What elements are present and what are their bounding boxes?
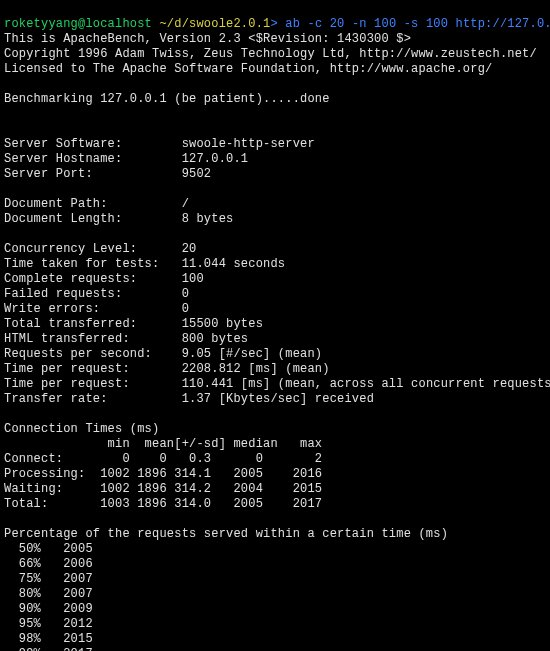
ab-header-line1: This is ApacheBench, Version 2.3 <$Revis… (4, 32, 411, 46)
percentile-66: 66% 2006 (4, 557, 93, 571)
html-transferred-value: 800 bytes (182, 332, 249, 346)
ab-header-line2: Copyright 1996 Adam Twiss, Zeus Technolo… (4, 47, 537, 61)
failed-requests-label: Failed requests: (4, 287, 122, 301)
html-transferred-label: HTML transferred: (4, 332, 130, 346)
time-per-request-label-1: Time per request: (4, 362, 130, 376)
document-length-label: Document Length: (4, 212, 122, 226)
benchmarking-line: Benchmarking 127.0.0.1 (be patient).....… (4, 92, 330, 106)
percentile-99: 99% 2017 (4, 647, 93, 651)
concurrency-level-value: 20 (182, 242, 197, 256)
time-taken-label: Time taken for tests: (4, 257, 159, 271)
percentile-50: 50% 2005 (4, 542, 93, 556)
percentile-90: 90% 2009 (4, 602, 93, 616)
requests-per-second-value: 9.05 [#/sec] (mean) (182, 347, 323, 361)
time-per-request-label-2: Time per request: (4, 377, 130, 391)
total-transferred-value: 15500 bytes (182, 317, 263, 331)
document-path-value: / (182, 197, 189, 211)
total-transferred-label: Total transferred: (4, 317, 137, 331)
connection-row-processing: Processing: 1002 1896 314.1 2005 2016 (4, 467, 322, 481)
failed-requests-value: 0 (182, 287, 189, 301)
concurrency-level-label: Concurrency Level: (4, 242, 137, 256)
document-length-value: 8 bytes (182, 212, 234, 226)
percentile-75: 75% 2007 (4, 572, 93, 586)
percentile-98: 98% 2015 (4, 632, 93, 646)
percentile-80: 80% 2007 (4, 587, 93, 601)
requests-per-second-label: Requests per second: (4, 347, 152, 361)
prompt-cwd: ~/d/swoole2.0.1 (159, 17, 270, 31)
percentile-header: Percentage of the requests served within… (4, 527, 448, 541)
server-hostname-value: 127.0.0.1 (182, 152, 249, 166)
terminal-output: roketyyang@localhost ~/d/swoole2.0.1> ab… (0, 0, 550, 651)
write-errors-value: 0 (182, 302, 189, 316)
prompt-user-host: roketyyang@localhost (4, 17, 159, 31)
complete-requests-value: 100 (182, 272, 204, 286)
connection-row-total: Total: 1003 1896 314.0 2005 2017 (4, 497, 322, 511)
write-errors-label: Write errors: (4, 302, 100, 316)
server-port-label: Server Port: (4, 167, 93, 181)
time-per-request-value-2: 110.441 [ms] (mean, across all concurren… (182, 377, 550, 391)
server-software-label: Server Software: (4, 137, 122, 151)
time-taken-value: 11.044 seconds (182, 257, 286, 271)
connection-row-waiting: Waiting: 1002 1896 314.2 2004 2015 (4, 482, 322, 496)
prompt-gt: > (270, 17, 285, 31)
server-software-value: swoole-http-server (182, 137, 315, 151)
connection-times-header: Connection Times (ms) (4, 422, 159, 436)
complete-requests-label: Complete requests: (4, 272, 137, 286)
document-path-label: Document Path: (4, 197, 108, 211)
server-hostname-label: Server Hostname: (4, 152, 122, 166)
prompt-command[interactable]: ab -c 20 -n 100 -s 100 http://127.0.0.1:… (285, 17, 550, 31)
transfer-rate-value: 1.37 [Kbytes/sec] received (182, 392, 374, 406)
server-port-value: 9502 (182, 167, 212, 181)
transfer-rate-label: Transfer rate: (4, 392, 108, 406)
percentile-95: 95% 2012 (4, 617, 93, 631)
ab-header-line3: Licensed to The Apache Software Foundati… (4, 62, 492, 76)
time-per-request-value-1: 2208.812 [ms] (mean) (182, 362, 330, 376)
connection-times-columns: min mean[+/-sd] median max (4, 437, 322, 451)
connection-row-connect: Connect: 0 0 0.3 0 2 (4, 452, 322, 466)
